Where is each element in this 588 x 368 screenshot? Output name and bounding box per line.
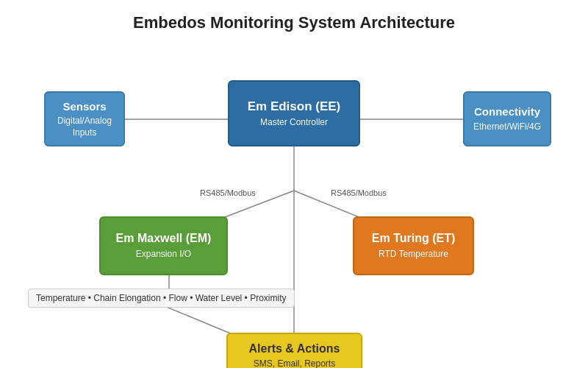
em-maxwell-title: Em Maxwell (EM): [116, 231, 212, 247]
diagram-area: Sensors Digital/Analog Inputs Em Edison …: [0, 32, 588, 364]
connectivity-title: Connectivity: [474, 105, 540, 119]
sensors-subtitle: Digital/Analog Inputs: [57, 116, 112, 138]
alerts-node: Alerts & Actions SMS, Email, Reports Dig…: [226, 333, 362, 368]
em-edison-node: Em Edison (EE) Master Controller: [228, 80, 360, 146]
rs485-left-label: RS485/Modbus: [200, 188, 256, 197]
em-turing-title: Em Turing (ET): [372, 231, 455, 247]
sensors-title: Sensors: [62, 99, 106, 114]
connectivity-subtitle: Ethernet/WiFi/4G: [473, 121, 541, 133]
em-maxwell-subtitle: Expansion I/O: [136, 249, 191, 261]
page-title: Embedos Monitoring System Architecture: [0, 0, 588, 32]
sensors-node: Sensors Digital/Analog Inputs: [44, 91, 125, 146]
alerts-title: Alerts & Actions: [249, 342, 340, 357]
em-edison-title: Em Edison (EE): [248, 99, 341, 115]
sensor-bar-label: Temperature • Chain Elongation • Flow • …: [28, 289, 295, 308]
alerts-subtitle: SMS, Email, Reports Digital Outputs: [254, 358, 335, 368]
em-maxwell-node: Em Maxwell (EM) Expansion I/O: [99, 216, 228, 275]
em-turing-node: Em Turing (ET) RTD Temperature: [353, 216, 474, 275]
em-edison-subtitle: Master Controller: [260, 117, 328, 129]
em-turing-subtitle: RTD Temperature: [379, 249, 448, 261]
rs485-right-label: RS485/Modbus: [331, 188, 387, 197]
connectivity-node: Connectivity Ethernet/WiFi/4G: [463, 91, 551, 146]
